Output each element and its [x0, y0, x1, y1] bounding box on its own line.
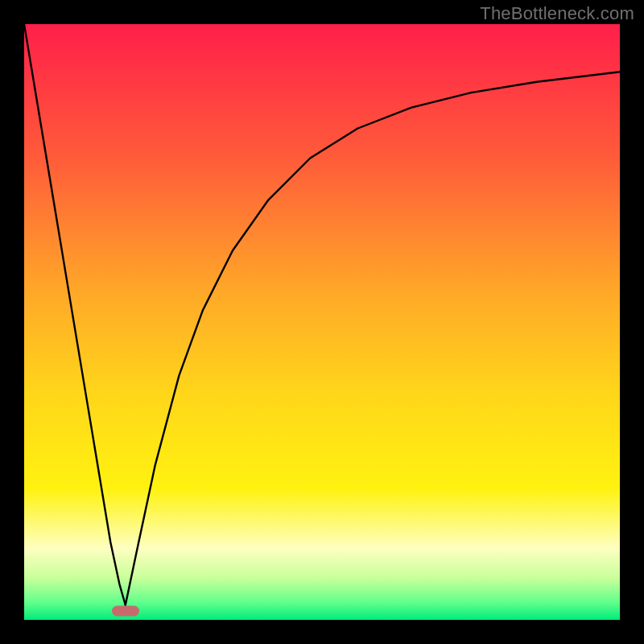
minimum-marker — [112, 605, 139, 616]
chart-frame: TheBottleneck.com — [0, 0, 644, 644]
watermark-text: TheBottleneck.com — [480, 3, 634, 24]
curve-left-branch — [24, 24, 126, 605]
curve-layer — [24, 24, 620, 620]
curve-right-branch — [126, 72, 620, 605]
plot-area — [24, 24, 620, 620]
